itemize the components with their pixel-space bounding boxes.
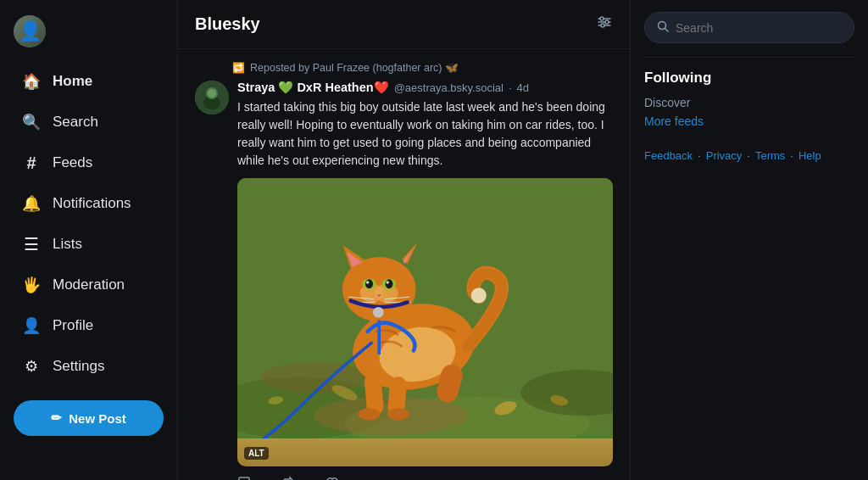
search-icon: 🔍 <box>22 113 41 131</box>
search-input[interactable] <box>676 21 842 35</box>
discover-link[interactable]: Discover <box>644 93 854 112</box>
svg-point-29 <box>366 281 370 284</box>
new-post-label: New Post <box>69 411 126 426</box>
repost-action[interactable]: 7 <box>281 476 305 480</box>
feed-header: Bluesky <box>178 0 630 49</box>
sep-2: · <box>747 149 750 162</box>
heart-icon <box>326 476 339 480</box>
svg-point-15 <box>260 362 368 393</box>
profile-icon: 👤 <box>22 316 41 335</box>
following-section: Following Discover More feeds <box>644 57 854 131</box>
repost-label: 🔁 Reposted by Paul Frazee (hogfather arc… <box>232 61 613 74</box>
feedback-link[interactable]: Feedback <box>644 149 693 162</box>
sep-1: · <box>698 149 701 162</box>
sidebar-item-label: Feeds <box>53 154 92 171</box>
sidebar-item-feeds[interactable]: # Feeds <box>5 142 172 183</box>
sidebar-item-label: Home <box>53 73 92 90</box>
sep-3: · <box>790 149 793 162</box>
feed-title: Bluesky <box>195 14 260 34</box>
gear-icon: ⚙ <box>22 357 41 376</box>
avatar[interactable] <box>14 15 46 47</box>
svg-point-27 <box>365 279 373 288</box>
svg-point-3 <box>600 17 604 20</box>
home-icon: 🏠 <box>22 72 41 91</box>
post-content: Straya 💚 DxR Heathen❤️ @aestraya.bsky.so… <box>237 81 613 480</box>
sidebar-item-label: Profile <box>53 317 93 334</box>
svg-point-37 <box>359 408 380 420</box>
search-bar-icon <box>657 20 669 35</box>
privacy-link[interactable]: Privacy <box>706 149 743 162</box>
post-separator: · <box>509 81 512 94</box>
following-title: Following <box>644 70 854 87</box>
footer-links: Feedback · Privacy · Terms · Help <box>644 149 854 162</box>
post-avatar[interactable] <box>195 81 229 114</box>
post-time: 4d <box>517 81 529 94</box>
sidebar-item-label: Lists <box>53 236 82 253</box>
sidebar-item-settings[interactable]: ⚙ Settings <box>5 346 172 387</box>
repost-text: Reposted by Paul Frazee (hogfather arc) … <box>250 61 459 74</box>
list-icon: ☰ <box>22 235 41 254</box>
sidebar-item-search[interactable]: 🔍 Search <box>5 102 172 142</box>
sidebar: 🏠 Home 🔍 Search # Feeds 🔔 Notifications … <box>0 0 178 480</box>
sidebar-item-notifications[interactable]: 🔔 Notifications <box>5 183 172 224</box>
sidebar-item-label: Notifications <box>53 195 131 212</box>
sidebar-item-label: Search <box>53 114 98 131</box>
sidebar-item-moderation[interactable]: 🖐 Moderation <box>5 265 172 305</box>
bell-icon: 🔔 <box>22 194 41 213</box>
more-action[interactable]: ··· <box>600 475 613 480</box>
svg-point-38 <box>387 408 409 420</box>
sidebar-item-lists[interactable]: ☰ Lists <box>5 224 172 265</box>
post-author-line: Straya 💚 DxR Heathen❤️ @aestraya.bsky.so… <box>237 81 613 95</box>
sidebar-item-profile[interactable]: 👤 Profile <box>5 305 172 346</box>
more-feeds-link[interactable]: More feeds <box>644 112 854 131</box>
post-handle: @aestraya.bsky.social <box>394 81 504 94</box>
post: 🔁 Reposted by Paul Frazee (hogfather arc… <box>178 49 630 480</box>
moderation-icon: 🖐 <box>22 276 41 294</box>
sidebar-item-home[interactable]: 🏠 Home <box>5 61 172 102</box>
new-post-button[interactable]: ✏ New Post <box>14 400 164 436</box>
comment-action[interactable]: 6 <box>237 476 261 480</box>
alt-badge[interactable]: ALT <box>244 447 269 460</box>
terms-link[interactable]: Terms <box>755 149 785 162</box>
repost-icon: 🔁 <box>232 62 245 74</box>
main-feed: Bluesky 🔁 Reposted by Paul Frazee (hogfa… <box>178 0 631 480</box>
search-bar[interactable] <box>644 12 854 43</box>
right-panel: Following Discover More feeds Feedback ·… <box>631 0 868 480</box>
post-image: ALT <box>237 178 613 466</box>
svg-point-4 <box>605 20 609 24</box>
feeds-icon: # <box>22 153 41 172</box>
feed-settings-icon[interactable] <box>596 14 613 35</box>
svg-point-5 <box>601 24 604 27</box>
repost-action-icon <box>281 476 295 480</box>
new-post-icon: ✏ <box>51 410 62 426</box>
post-text: I started taking this big boy outside la… <box>237 98 613 170</box>
comment-icon <box>237 476 251 480</box>
help-link[interactable]: Help <box>798 149 821 162</box>
svg-point-41 <box>373 307 384 318</box>
sidebar-item-label: Settings <box>53 358 104 375</box>
svg-point-9 <box>208 89 216 98</box>
svg-point-28 <box>385 279 392 288</box>
post-header: Straya 💚 DxR Heathen❤️ @aestraya.bsky.so… <box>195 81 613 480</box>
svg-point-40 <box>471 287 487 303</box>
like-action[interactable]: 51 <box>326 476 355 480</box>
post-actions: 6 7 <box>237 475 613 480</box>
post-author-name[interactable]: Straya 💚 DxR Heathen❤️ <box>237 81 389 95</box>
more-icon: ··· <box>600 475 613 480</box>
svg-point-30 <box>386 281 389 284</box>
svg-line-43 <box>665 29 669 32</box>
sidebar-item-label: Moderation <box>53 276 125 293</box>
